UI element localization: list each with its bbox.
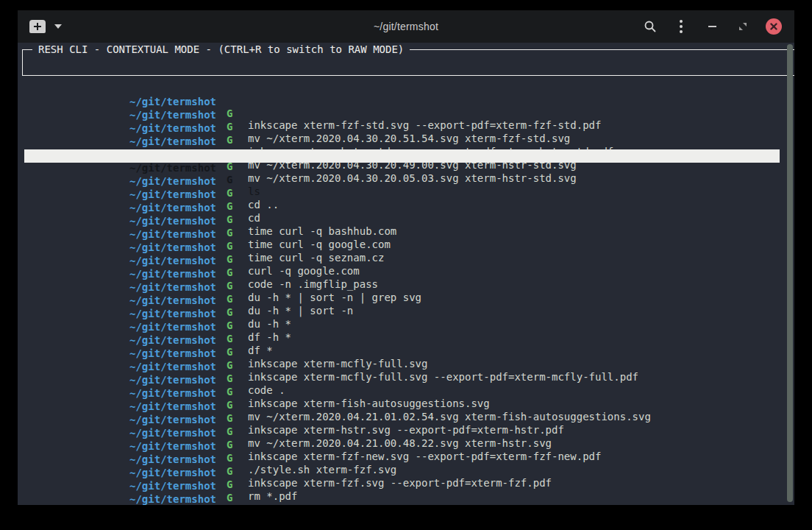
history-list: ~/git/termshot G inkscape xterm-fzf-std.… [18,83,794,505]
history-row[interactable]: ~/git/termshot G inkscape xterm-fish-aut… [24,361,780,375]
minimize-icon[interactable] [700,15,724,38]
history-row[interactable]: ~/git/termshot G mv ~/xterm.2020.04.30.2… [24,123,780,136]
history-row[interactable]: ~/git/termshot G curl -q google.com [24,229,780,242]
titlebar-left-controls [29,10,62,43]
history-row[interactable]: ~/git/termshot G inkscape xterm-mcfly-fu… [24,335,780,348]
history-row[interactable]: ~/git/termshot G time curl -q bashhub.co… [24,189,780,202]
history-row[interactable]: ~/git/termshot G rm *.pdf [24,454,780,467]
close-icon[interactable] [762,15,786,38]
history-row[interactable]: ~/git/termshot G inkscape xterm-fzf.svg … [24,441,780,454]
resh-search-input[interactable] [23,56,794,74]
history-row[interactable]: ~/git/termshot G ls [24,149,780,163]
resh-header-box: RESH CLI - CONTEXTUAL MODE - (CTRL+R to … [22,49,794,76]
history-row[interactable]: ~/git/termshot G inkscape xterm-hstr-std… [24,110,780,123]
terminal-window: ~/git/termshot [18,10,794,505]
history-row[interactable]: ~/git/termshot G inkscape xterm-hstr.svg… [24,388,780,401]
restore-icon[interactable] [731,15,755,38]
history-row[interactable]: ~/git/termshot G convert xterm-fzf-new.s… [24,494,780,505]
history-row[interactable]: ~/git/termshot G inkscape xterm-fzf-new.… [24,414,780,428]
history-row[interactable]: ~/git/termshot G cd .. [24,163,780,176]
history-row[interactable]: ~/git/termshot G du -h * | sort -n | gre… [24,255,780,269]
history-row[interactable]: ~/git/termshot G du -h * | sort -n [24,269,780,282]
history-row[interactable]: ~/git/termshot G df * [24,308,780,322]
history-row[interactable]: ~/git/termshot G mv ~/xterm.2020.04.30.2… [24,96,780,110]
history-row[interactable]: ~/git/termshot G df -h * [24,295,780,308]
resh-mode-title: RESH CLI - CONTEXTUAL MODE - (CTRL+R to … [32,43,410,57]
history-row[interactable]: ~/git/termshot G code -n .imgflip_pass [24,242,780,255]
kebab-menu-icon[interactable] [669,15,693,38]
history-row[interactable]: ~/git/termshot G sudo pacman -S inkscape [24,481,780,494]
terminal-screen: RESH CLI - CONTEXTUAL MODE - (CTRL+R to … [18,43,794,505]
titlebar-right-controls [638,10,786,43]
history-row[interactable]: ~/git/termshot G time curl -q seznam.cz [24,216,780,229]
history-row[interactable]: ~/git/termshot G mv ~/xterm.2020.04.30.2… [24,136,780,149]
history-row[interactable]: ~/git/termshot G convert xterm-fzf.svg x… [24,467,780,481]
history-row[interactable]: ~/git/termshot G inkscape xterm-mcfly-fu… [24,322,780,335]
scrollbar[interactable] [787,44,793,502]
titlebar: ~/git/termshot [18,10,794,43]
history-row[interactable]: ~/git/termshot G cd [24,176,780,189]
history-row[interactable]: ~/git/termshot G ./style.sh xterm-fzf.sv… [24,428,780,441]
history-row[interactable]: ~/git/termshot G code . [24,348,780,361]
search-icon[interactable] [638,15,662,38]
new-tab-icon[interactable] [29,20,46,33]
chevron-down-icon[interactable] [54,24,62,29]
history-row[interactable]: ~/git/termshot G du -h * [24,282,780,295]
history-row[interactable]: ~/git/termshot G time curl -q google.com [24,202,780,216]
history-row[interactable]: ~/git/termshot G mv ~/xterm.2020.04.21.0… [24,375,780,388]
history-row[interactable]: ~/git/termshot G inkscape xterm-fzf-std.… [24,83,780,96]
history-row[interactable]: ~/git/termshot G mv ~/xterm.2020.04.21.0… [24,401,780,414]
